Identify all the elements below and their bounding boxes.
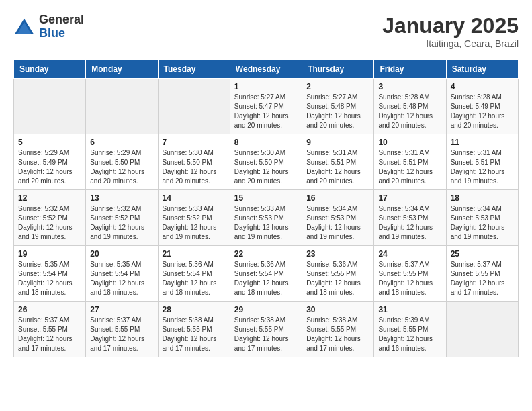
day-info: Sunrise: 5:27 AM Sunset: 5:48 PM Dayligh… xyxy=(306,93,369,130)
day-info: Sunrise: 5:32 AM Sunset: 5:52 PM Dayligh… xyxy=(18,204,81,242)
day-number: 13 xyxy=(90,193,153,203)
day-info: Sunrise: 5:32 AM Sunset: 5:52 PM Dayligh… xyxy=(90,204,153,242)
day-info: Sunrise: 5:34 AM Sunset: 5:53 PM Dayligh… xyxy=(306,204,369,242)
day-number: 17 xyxy=(378,193,441,203)
calendar-cell: 31Sunrise: 5:39 AM Sunset: 5:55 PM Dayli… xyxy=(374,302,446,357)
calendar-week-row: 5Sunrise: 5:29 AM Sunset: 5:49 PM Daylig… xyxy=(14,134,519,190)
day-number: 31 xyxy=(378,305,441,314)
day-number: 25 xyxy=(451,249,514,259)
logo-blue-text: Blue xyxy=(39,27,84,40)
day-number: 16 xyxy=(306,193,369,203)
calendar-cell: 23Sunrise: 5:36 AM Sunset: 5:55 PM Dayli… xyxy=(302,246,374,302)
day-info: Sunrise: 5:30 AM Sunset: 5:50 PM Dayligh… xyxy=(163,148,226,186)
calendar-cell xyxy=(158,79,230,134)
calendar-cell: 22Sunrise: 5:36 AM Sunset: 5:54 PM Dayli… xyxy=(230,246,302,302)
calendar-cell: 17Sunrise: 5:34 AM Sunset: 5:53 PM Dayli… xyxy=(374,190,446,246)
calendar-cell: 30Sunrise: 5:38 AM Sunset: 5:55 PM Dayli… xyxy=(302,302,374,357)
day-info: Sunrise: 5:35 AM Sunset: 5:54 PM Dayligh… xyxy=(90,260,153,298)
calendar-cell: 3Sunrise: 5:28 AM Sunset: 5:48 PM Daylig… xyxy=(374,79,446,134)
calendar-cell: 24Sunrise: 5:37 AM Sunset: 5:55 PM Dayli… xyxy=(374,246,446,302)
calendar-week-row: 12Sunrise: 5:32 AM Sunset: 5:52 PM Dayli… xyxy=(14,190,519,246)
day-info: Sunrise: 5:37 AM Sunset: 5:55 PM Dayligh… xyxy=(18,316,81,353)
calendar-cell: 14Sunrise: 5:33 AM Sunset: 5:52 PM Dayli… xyxy=(158,190,230,246)
header-day-tuesday: Tuesday xyxy=(158,60,230,79)
calendar-cell: 21Sunrise: 5:36 AM Sunset: 5:54 PM Dayli… xyxy=(158,246,230,302)
day-number: 7 xyxy=(163,138,226,147)
day-number: 8 xyxy=(234,138,298,147)
day-number: 28 xyxy=(163,305,226,314)
day-number: 11 xyxy=(451,138,514,147)
day-info: Sunrise: 5:29 AM Sunset: 5:50 PM Dayligh… xyxy=(90,148,153,186)
calendar-cell: 15Sunrise: 5:33 AM Sunset: 5:53 PM Dayli… xyxy=(230,190,302,246)
day-number: 9 xyxy=(306,138,369,147)
day-number: 21 xyxy=(163,249,226,259)
day-info: Sunrise: 5:38 AM Sunset: 5:55 PM Dayligh… xyxy=(234,316,298,353)
day-info: Sunrise: 5:36 AM Sunset: 5:54 PM Dayligh… xyxy=(234,260,298,298)
logo-general-text: General xyxy=(39,13,84,27)
logo-icon xyxy=(13,17,35,36)
calendar-cell: 9Sunrise: 5:31 AM Sunset: 5:51 PM Daylig… xyxy=(302,134,374,190)
day-info: Sunrise: 5:31 AM Sunset: 5:51 PM Dayligh… xyxy=(451,148,514,186)
day-number: 6 xyxy=(90,138,153,147)
calendar-cell: 26Sunrise: 5:37 AM Sunset: 5:55 PM Dayli… xyxy=(14,302,86,357)
calendar-table: SundayMondayTuesdayWednesdayThursdayFrid… xyxy=(13,60,519,357)
calendar-cell: 4Sunrise: 5:28 AM Sunset: 5:49 PM Daylig… xyxy=(446,79,518,134)
calendar-cell: 10Sunrise: 5:31 AM Sunset: 5:51 PM Dayli… xyxy=(374,134,446,190)
day-info: Sunrise: 5:37 AM Sunset: 5:55 PM Dayligh… xyxy=(90,316,153,353)
calendar-cell xyxy=(14,79,86,134)
day-number: 4 xyxy=(451,82,514,91)
day-info: Sunrise: 5:36 AM Sunset: 5:54 PM Dayligh… xyxy=(163,260,226,298)
day-number: 10 xyxy=(378,138,441,147)
day-info: Sunrise: 5:33 AM Sunset: 5:53 PM Dayligh… xyxy=(234,204,298,242)
calendar-week-row: 26Sunrise: 5:37 AM Sunset: 5:55 PM Dayli… xyxy=(14,302,519,357)
day-info: Sunrise: 5:31 AM Sunset: 5:51 PM Dayligh… xyxy=(378,148,441,186)
day-number: 2 xyxy=(306,82,369,91)
day-number: 19 xyxy=(18,249,81,259)
calendar-cell: 12Sunrise: 5:32 AM Sunset: 5:52 PM Dayli… xyxy=(14,190,86,246)
calendar-header-row: SundayMondayTuesdayWednesdayThursdayFrid… xyxy=(14,60,519,79)
calendar-cell: 8Sunrise: 5:30 AM Sunset: 5:50 PM Daylig… xyxy=(230,134,302,190)
header-day-friday: Friday xyxy=(374,60,446,79)
calendar-cell: 25Sunrise: 5:37 AM Sunset: 5:55 PM Dayli… xyxy=(446,246,518,302)
day-number: 26 xyxy=(18,305,81,314)
header-day-monday: Monday xyxy=(86,60,158,79)
day-info: Sunrise: 5:31 AM Sunset: 5:51 PM Dayligh… xyxy=(306,148,369,186)
day-info: Sunrise: 5:37 AM Sunset: 5:55 PM Dayligh… xyxy=(378,260,441,298)
calendar-cell: 13Sunrise: 5:32 AM Sunset: 5:52 PM Dayli… xyxy=(86,190,158,246)
calendar-cell: 1Sunrise: 5:27 AM Sunset: 5:47 PM Daylig… xyxy=(230,79,302,134)
day-number: 23 xyxy=(306,249,369,259)
location: Itaitinga, Ceara, Brazil xyxy=(382,38,519,49)
day-info: Sunrise: 5:34 AM Sunset: 5:53 PM Dayligh… xyxy=(378,204,441,242)
day-number: 30 xyxy=(306,305,369,314)
day-number: 24 xyxy=(378,249,441,259)
calendar-cell: 6Sunrise: 5:29 AM Sunset: 5:50 PM Daylig… xyxy=(86,134,158,190)
day-number: 18 xyxy=(451,193,514,203)
day-info: Sunrise: 5:34 AM Sunset: 5:53 PM Dayligh… xyxy=(451,204,514,242)
day-number: 15 xyxy=(234,193,298,203)
calendar-week-row: 19Sunrise: 5:35 AM Sunset: 5:54 PM Dayli… xyxy=(14,246,519,302)
calendar-cell: 16Sunrise: 5:34 AM Sunset: 5:53 PM Dayli… xyxy=(302,190,374,246)
day-info: Sunrise: 5:28 AM Sunset: 5:49 PM Dayligh… xyxy=(451,93,514,130)
day-info: Sunrise: 5:39 AM Sunset: 5:55 PM Dayligh… xyxy=(378,316,441,353)
day-info: Sunrise: 5:35 AM Sunset: 5:54 PM Dayligh… xyxy=(18,260,81,298)
day-number: 1 xyxy=(234,82,298,91)
day-info: Sunrise: 5:28 AM Sunset: 5:48 PM Dayligh… xyxy=(378,93,441,130)
header-day-wednesday: Wednesday xyxy=(230,60,302,79)
day-info: Sunrise: 5:36 AM Sunset: 5:55 PM Dayligh… xyxy=(306,260,369,298)
day-info: Sunrise: 5:33 AM Sunset: 5:52 PM Dayligh… xyxy=(163,204,226,242)
calendar-cell: 7Sunrise: 5:30 AM Sunset: 5:50 PM Daylig… xyxy=(158,134,230,190)
day-info: Sunrise: 5:27 AM Sunset: 5:47 PM Dayligh… xyxy=(234,93,298,130)
header-day-sunday: Sunday xyxy=(14,60,86,79)
calendar-cell: 19Sunrise: 5:35 AM Sunset: 5:54 PM Dayli… xyxy=(14,246,86,302)
calendar-cell: 5Sunrise: 5:29 AM Sunset: 5:49 PM Daylig… xyxy=(14,134,86,190)
day-info: Sunrise: 5:37 AM Sunset: 5:55 PM Dayligh… xyxy=(451,260,514,298)
calendar-cell: 27Sunrise: 5:37 AM Sunset: 5:55 PM Dayli… xyxy=(86,302,158,357)
title-block: January 2025 Itaitinga, Ceara, Brazil xyxy=(382,13,519,49)
day-number: 27 xyxy=(90,305,153,314)
calendar-cell: 20Sunrise: 5:35 AM Sunset: 5:54 PM Dayli… xyxy=(86,246,158,302)
logo: General Blue xyxy=(13,13,84,40)
day-number: 5 xyxy=(18,138,81,147)
calendar-week-row: 1Sunrise: 5:27 AM Sunset: 5:47 PM Daylig… xyxy=(14,79,519,134)
day-number: 22 xyxy=(234,249,298,259)
day-number: 20 xyxy=(90,249,153,259)
